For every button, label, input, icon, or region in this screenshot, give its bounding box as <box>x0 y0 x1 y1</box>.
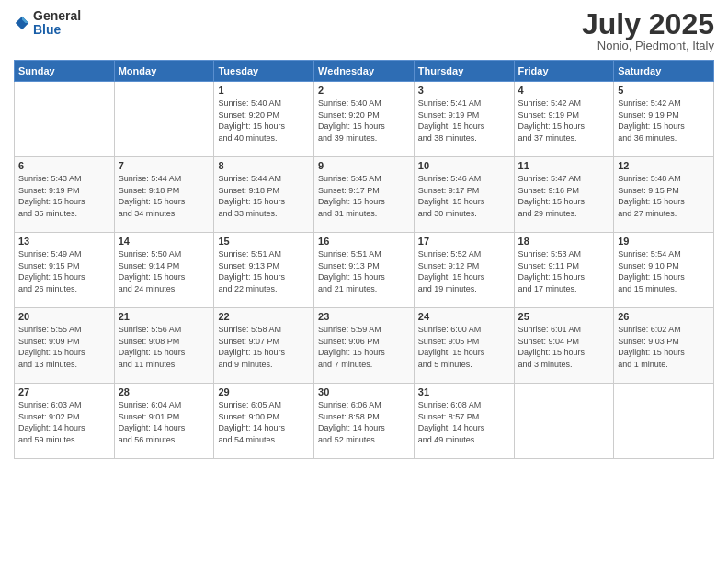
day-info: Sunrise: 5:44 AM Sunset: 9:18 PM Dayligh… <box>119 173 210 219</box>
calendar-table: SundayMondayTuesdayWednesdayThursdayFrid… <box>14 60 714 459</box>
day-header-sunday: Sunday <box>15 61 115 82</box>
day-number: 2 <box>318 85 410 96</box>
day-number: 15 <box>218 236 310 247</box>
day-number: 6 <box>18 160 110 171</box>
day-info: Sunrise: 5:42 AM Sunset: 9:19 PM Dayligh… <box>618 98 710 144</box>
day-info: Sunrise: 5:47 AM Sunset: 9:16 PM Dayligh… <box>518 173 610 219</box>
calendar-cell: 16Sunrise: 5:51 AM Sunset: 9:13 PM Dayli… <box>314 233 415 308</box>
day-number: 1 <box>218 85 310 96</box>
calendar-cell: 9Sunrise: 5:45 AM Sunset: 9:17 PM Daylig… <box>314 157 415 233</box>
logo: General Blue <box>14 9 81 38</box>
logo-icon <box>14 15 30 31</box>
calendar-cell: 26Sunrise: 6:02 AM Sunset: 9:03 PM Dayli… <box>614 308 714 384</box>
calendar-cell: 7Sunrise: 5:44 AM Sunset: 9:18 PM Daylig… <box>114 157 214 233</box>
calendar-cell <box>614 384 714 459</box>
calendar-cell: 11Sunrise: 5:47 AM Sunset: 9:16 PM Dayli… <box>514 157 614 233</box>
day-number: 27 <box>18 386 110 397</box>
day-header-thursday: Thursday <box>414 61 514 82</box>
day-info: Sunrise: 5:48 AM Sunset: 9:15 PM Dayligh… <box>618 173 710 219</box>
header-row: SundayMondayTuesdayWednesdayThursdayFrid… <box>15 61 714 82</box>
calendar-cell: 22Sunrise: 5:58 AM Sunset: 9:07 PM Dayli… <box>214 308 314 384</box>
day-number: 18 <box>518 236 610 247</box>
calendar-cell: 30Sunrise: 6:06 AM Sunset: 8:58 PM Dayli… <box>314 384 415 459</box>
calendar-cell: 20Sunrise: 5:55 AM Sunset: 9:09 PM Dayli… <box>15 308 115 384</box>
day-number: 20 <box>18 311 110 322</box>
calendar-cell: 28Sunrise: 6:04 AM Sunset: 9:01 PM Dayli… <box>114 384 214 459</box>
day-info: Sunrise: 6:08 AM Sunset: 8:57 PM Dayligh… <box>418 399 510 445</box>
day-info: Sunrise: 5:50 AM Sunset: 9:14 PM Dayligh… <box>119 248 210 294</box>
day-info: Sunrise: 6:04 AM Sunset: 9:01 PM Dayligh… <box>119 399 210 445</box>
day-info: Sunrise: 5:40 AM Sunset: 9:20 PM Dayligh… <box>218 98 310 144</box>
calendar-cell: 5Sunrise: 5:42 AM Sunset: 9:19 PM Daylig… <box>614 82 714 157</box>
calendar-cell <box>514 384 614 459</box>
day-info: Sunrise: 5:51 AM Sunset: 9:13 PM Dayligh… <box>218 248 310 294</box>
logo-text: General Blue <box>33 9 81 38</box>
day-number: 24 <box>418 311 510 322</box>
day-info: Sunrise: 6:02 AM Sunset: 9:03 PM Dayligh… <box>618 324 710 370</box>
day-number: 19 <box>618 236 710 247</box>
day-number: 21 <box>119 311 210 322</box>
calendar-cell: 4Sunrise: 5:42 AM Sunset: 9:19 PM Daylig… <box>514 82 614 157</box>
calendar-cell: 3Sunrise: 5:41 AM Sunset: 9:19 PM Daylig… <box>414 82 514 157</box>
title-block: July 2025 Nonio, Piedmont, Italy <box>582 9 714 52</box>
calendar-cell: 25Sunrise: 6:01 AM Sunset: 9:04 PM Dayli… <box>514 308 614 384</box>
day-info: Sunrise: 5:52 AM Sunset: 9:12 PM Dayligh… <box>418 248 510 294</box>
logo-blue: Blue <box>33 23 81 37</box>
day-info: Sunrise: 5:45 AM Sunset: 9:17 PM Dayligh… <box>318 173 410 219</box>
day-number: 3 <box>418 85 510 96</box>
day-info: Sunrise: 6:01 AM Sunset: 9:04 PM Dayligh… <box>518 324 610 370</box>
day-number: 23 <box>318 311 410 322</box>
day-number: 14 <box>119 236 210 247</box>
day-number: 5 <box>618 85 710 96</box>
calendar-cell: 18Sunrise: 5:53 AM Sunset: 9:11 PM Dayli… <box>514 233 614 308</box>
day-number: 26 <box>618 311 710 322</box>
day-info: Sunrise: 5:51 AM Sunset: 9:13 PM Dayligh… <box>318 248 410 294</box>
location: Nonio, Piedmont, Italy <box>582 39 714 52</box>
day-info: Sunrise: 5:41 AM Sunset: 9:19 PM Dayligh… <box>418 98 510 144</box>
day-info: Sunrise: 6:06 AM Sunset: 8:58 PM Dayligh… <box>318 399 410 445</box>
week-row-2: 6Sunrise: 5:43 AM Sunset: 9:19 PM Daylig… <box>15 157 714 233</box>
calendar-cell: 12Sunrise: 5:48 AM Sunset: 9:15 PM Dayli… <box>614 157 714 233</box>
day-header-friday: Friday <box>514 61 614 82</box>
calendar-cell: 14Sunrise: 5:50 AM Sunset: 9:14 PM Dayli… <box>114 233 214 308</box>
calendar-cell <box>15 82 115 157</box>
calendar-cell: 19Sunrise: 5:54 AM Sunset: 9:10 PM Dayli… <box>614 233 714 308</box>
calendar-cell: 1Sunrise: 5:40 AM Sunset: 9:20 PM Daylig… <box>214 82 314 157</box>
day-info: Sunrise: 5:56 AM Sunset: 9:08 PM Dayligh… <box>119 324 210 370</box>
calendar-cell: 2Sunrise: 5:40 AM Sunset: 9:20 PM Daylig… <box>314 82 415 157</box>
day-number: 10 <box>418 160 510 171</box>
week-row-3: 13Sunrise: 5:49 AM Sunset: 9:15 PM Dayli… <box>15 233 714 308</box>
day-number: 13 <box>18 236 110 247</box>
week-row-5: 27Sunrise: 6:03 AM Sunset: 9:02 PM Dayli… <box>15 384 714 459</box>
day-header-monday: Monday <box>114 61 214 82</box>
day-number: 9 <box>318 160 410 171</box>
calendar-cell: 23Sunrise: 5:59 AM Sunset: 9:06 PM Dayli… <box>314 308 415 384</box>
day-info: Sunrise: 5:40 AM Sunset: 9:20 PM Dayligh… <box>318 98 410 144</box>
day-info: Sunrise: 6:03 AM Sunset: 9:02 PM Dayligh… <box>18 399 110 445</box>
day-info: Sunrise: 5:49 AM Sunset: 9:15 PM Dayligh… <box>18 248 110 294</box>
logo-general: General <box>33 9 81 23</box>
day-info: Sunrise: 5:59 AM Sunset: 9:06 PM Dayligh… <box>318 324 410 370</box>
day-number: 16 <box>318 236 410 247</box>
day-info: Sunrise: 5:55 AM Sunset: 9:09 PM Dayligh… <box>18 324 110 370</box>
day-info: Sunrise: 6:05 AM Sunset: 9:00 PM Dayligh… <box>218 399 310 445</box>
day-number: 12 <box>618 160 710 171</box>
calendar-cell: 31Sunrise: 6:08 AM Sunset: 8:57 PM Dayli… <box>414 384 514 459</box>
day-info: Sunrise: 5:46 AM Sunset: 9:17 PM Dayligh… <box>418 173 510 219</box>
calendar-cell: 21Sunrise: 5:56 AM Sunset: 9:08 PM Dayli… <box>114 308 214 384</box>
day-number: 17 <box>418 236 510 247</box>
day-number: 22 <box>218 311 310 322</box>
day-header-wednesday: Wednesday <box>314 61 415 82</box>
day-header-tuesday: Tuesday <box>214 61 314 82</box>
day-number: 30 <box>318 386 410 397</box>
day-number: 25 <box>518 311 610 322</box>
page: General Blue July 2025 Nonio, Piedmont, … <box>0 0 728 563</box>
calendar-cell: 13Sunrise: 5:49 AM Sunset: 9:15 PM Dayli… <box>15 233 115 308</box>
calendar-cell: 24Sunrise: 6:00 AM Sunset: 9:05 PM Dayli… <box>414 308 514 384</box>
calendar-cell: 17Sunrise: 5:52 AM Sunset: 9:12 PM Dayli… <box>414 233 514 308</box>
month-title: July 2025 <box>582 9 714 39</box>
day-number: 28 <box>119 386 210 397</box>
day-number: 8 <box>218 160 310 171</box>
week-row-1: 1Sunrise: 5:40 AM Sunset: 9:20 PM Daylig… <box>15 82 714 157</box>
day-number: 31 <box>418 386 510 397</box>
